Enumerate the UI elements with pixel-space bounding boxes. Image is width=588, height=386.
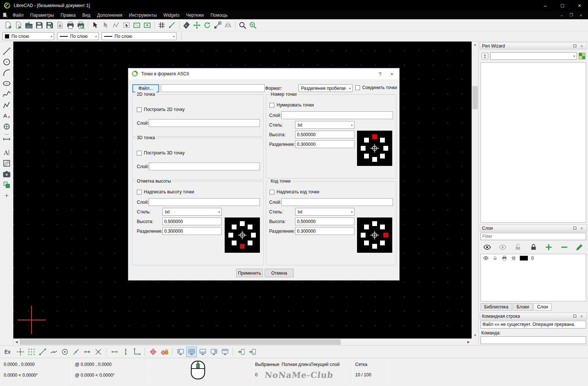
scroll-down-icon[interactable]: ▼: [472, 332, 478, 338]
build-2d-point-checkbox[interactable]: [137, 107, 142, 112]
vertical-scroll-thumb[interactable]: [472, 86, 478, 109]
save-as-icon[interactable]: [44, 20, 55, 30]
unlock-all-layers-icon[interactable]: [513, 242, 523, 252]
vertical-scrollbar[interactable]: ▲ ▼: [472, 42, 478, 338]
code-style-combo[interactable]: txt ▾: [295, 208, 354, 216]
layers-close-button[interactable]: ×: [579, 226, 585, 231]
snap-middle-icon[interactable]: [71, 347, 81, 357]
color-combo[interactable]: По слою ▾: [2, 32, 54, 40]
deselect-window-icon[interactable]: [132, 20, 142, 30]
mirror-icon[interactable]: [223, 20, 233, 30]
mdi-restore-button[interactable]: ❐: [567, 12, 575, 19]
circle-tool-icon[interactable]: [1, 57, 12, 67]
pen-icon[interactable]: [181, 20, 192, 30]
insert-block-tool-icon[interactable]: [1, 121, 12, 131]
draw-order-tool-icon[interactable]: [1, 180, 12, 190]
print-icon[interactable]: [65, 20, 76, 30]
tab-library[interactable]: Библиотека: [480, 303, 512, 311]
menu-item-options[interactable]: Параметры: [27, 13, 57, 18]
dock-area-icon-5[interactable]: [220, 347, 230, 357]
tab-blocks[interactable]: Блоки: [513, 303, 533, 311]
minimize-button[interactable]: –: [537, 0, 554, 11]
show-all-layers-icon[interactable]: [482, 242, 492, 252]
draft-icon[interactable]: [167, 20, 177, 30]
snap-center-icon[interactable]: [60, 347, 70, 357]
rotate-icon[interactable]: [202, 20, 212, 30]
menu-item-help[interactable]: Помощь: [207, 13, 231, 18]
spline-tool-icon[interactable]: [1, 89, 12, 99]
number-style-combo[interactable]: txt ▾: [295, 121, 354, 129]
restrict-vertical-icon[interactable]: [120, 347, 131, 357]
command-line-close-button[interactable]: ×: [579, 314, 585, 319]
hide-all-layers-icon[interactable]: [498, 242, 508, 252]
mdi-close-button[interactable]: ×: [577, 12, 585, 19]
dock-area-icon-4[interactable]: [209, 347, 219, 357]
menu-item-edit[interactable]: Правка: [57, 13, 79, 18]
dialog-titlebar[interactable]: Точки в формате ASCII ? ×: [128, 68, 399, 80]
menu-item-plugins[interactable]: Дополнения: [94, 13, 126, 18]
menu-item-tools[interactable]: Инструменты: [126, 13, 160, 18]
layer-row[interactable]: 0: [481, 254, 586, 262]
grid-icon[interactable]: [156, 20, 167, 30]
number-height-input[interactable]: [295, 131, 354, 138]
select-icon[interactable]: [90, 20, 100, 30]
new-from-template-icon[interactable]: [13, 20, 24, 30]
export-icon[interactable]: [55, 20, 65, 30]
pen-wizard-combo[interactable]: ▾: [490, 52, 577, 60]
connect-points-checkbox[interactable]: [355, 85, 360, 90]
layer-construction-icon[interactable]: [511, 255, 516, 261]
new-document-icon[interactable]: [3, 20, 13, 30]
text-tool-icon[interactable]: A: [1, 147, 12, 157]
scroll-right-icon[interactable]: ▶: [465, 339, 472, 345]
scroll-left-icon[interactable]: ◀: [13, 339, 20, 345]
lock-relative-zero-icon[interactable]: [159, 347, 169, 357]
layer-name[interactable]: 0: [531, 256, 534, 261]
move-icon[interactable]: [192, 20, 202, 30]
set-relative-zero-icon[interactable]: [148, 347, 158, 357]
menu-item-drawings[interactable]: Чертежи: [183, 13, 207, 18]
dialog-help-button[interactable]: ?: [374, 69, 386, 79]
dialog-close-button[interactable]: ×: [386, 69, 398, 79]
horizontal-scrollbar[interactable]: ◀ ▶: [13, 338, 472, 345]
label-code-checkbox[interactable]: [270, 190, 274, 194]
pen-wizard-list[interactable]: [480, 62, 586, 223]
command-input[interactable]: [480, 336, 586, 344]
mtext-tool-icon[interactable]: A: [1, 111, 12, 121]
number-separation-input[interactable]: [295, 140, 354, 148]
label-elevation-checkbox[interactable]: [137, 190, 142, 194]
build-3d-point-checkbox[interactable]: [137, 151, 142, 156]
select-intersected-icon[interactable]: [142, 20, 152, 30]
snap-free-icon[interactable]: [15, 347, 25, 357]
layer-print-icon[interactable]: [501, 255, 507, 261]
remove-layer-icon[interactable]: [559, 242, 569, 252]
add-layer-icon[interactable]: [544, 242, 554, 252]
layers-list[interactable]: 0: [480, 254, 586, 301]
snap-endpoint-icon[interactable]: [37, 347, 47, 357]
print-preview-icon[interactable]: [76, 20, 86, 30]
dock-area-icon-3[interactable]: [198, 347, 208, 357]
color-picker-icon[interactable]: [579, 53, 585, 59]
scroll-up-icon[interactable]: ▲: [472, 42, 478, 48]
layer-lock-icon[interactable]: [492, 255, 498, 261]
dock-area-icon-2[interactable]: [186, 347, 196, 357]
edit-layer-icon[interactable]: [575, 242, 584, 252]
save-icon[interactable]: [34, 20, 44, 30]
pen-wizard-close-button[interactable]: ×: [579, 43, 585, 49]
line-tool-icon[interactable]: [1, 46, 12, 56]
dock-area-icon-1[interactable]: [175, 347, 185, 357]
dimension-tool-icon[interactable]: [1, 132, 12, 142]
layers-filter-input[interactable]: [480, 233, 586, 240]
deselect-icon[interactable]: [100, 20, 111, 30]
menu-item-widgets[interactable]: Widgets: [160, 13, 183, 18]
arc-tool-icon[interactable]: [1, 68, 12, 78]
number-points-checkbox[interactable]: [270, 103, 274, 108]
image-tool-icon[interactable]: [1, 169, 12, 179]
file-path-input[interactable]: [161, 84, 265, 92]
cancel-button[interactable]: Отмена: [265, 269, 294, 277]
elevation-style-combo[interactable]: txt ▾: [162, 208, 222, 216]
select-window-icon[interactable]: [121, 20, 132, 30]
restrict-orthogonal-icon[interactable]: [132, 347, 142, 357]
point-2d-layer-input[interactable]: [149, 119, 260, 127]
menu-item-view[interactable]: Вид: [79, 13, 94, 18]
pen-wizard-float-button[interactable]: [572, 43, 578, 49]
